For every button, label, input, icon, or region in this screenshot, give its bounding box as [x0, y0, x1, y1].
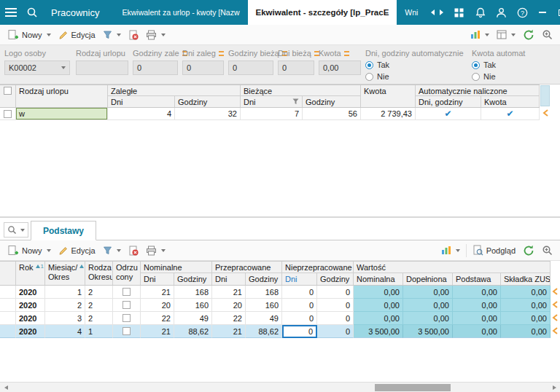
grid2-row[interactable]: 2020 3 2 22 49 22 49 0 0 0,00 0,00 0,00 … — [0, 312, 551, 325]
column-header-przepracowane-dni[interactable]: Dni — [212, 273, 246, 285]
row-drilldown-arrow-icon[interactable] — [552, 327, 558, 336]
cell-wartosc-nominalna[interactable]: 3 500,00 — [354, 325, 403, 338]
cell-okres[interactable]: 3 — [45, 312, 85, 325]
column-header-auto-kwota[interactable]: Kwota — [481, 96, 540, 107]
column-header-nominalne-godziny[interactable]: Godziny — [174, 273, 212, 285]
print-button[interactable] — [142, 244, 169, 257]
cell-wartosc-dopelniona[interactable]: 0,00 — [403, 286, 453, 299]
new-button[interactable]: Nowy — [4, 243, 55, 257]
column-header-przepracowane-godziny[interactable]: Godziny — [246, 273, 282, 285]
cell-wartosc-nominalna[interactable]: 0,00 — [354, 286, 403, 299]
kwota-input[interactable]: 0,00 — [319, 60, 361, 75]
minimize-button[interactable] — [533, 0, 552, 25]
cell-nominalne-dni[interactable]: 22 — [141, 312, 174, 325]
cell-rodzaj-okresu[interactable]: 2 — [85, 286, 113, 299]
cell-wartosc-dopelniona[interactable]: 3 500,00 — [403, 325, 453, 338]
cell-kwota[interactable]: 2 739,43 — [361, 108, 416, 120]
preview-button[interactable]: Podgląd — [469, 243, 519, 257]
column-header-miesiac-okres[interactable]: Miesiąc/2 Okres — [45, 262, 85, 285]
cell-zalegle-dni[interactable]: 4 — [108, 108, 175, 120]
column-group-label[interactable]: Wartość — [354, 262, 551, 273]
cell-nieprzepracowane-dni-focused[interactable]: 0 — [282, 325, 317, 338]
cell-nieprzepracowane-dni[interactable]: 0 — [282, 312, 317, 325]
select-all-checkbox[interactable] — [4, 87, 12, 95]
panel-splitter[interactable] — [0, 216, 560, 218]
cell-nominalne-godziny[interactable]: 160 — [174, 299, 212, 312]
help-button[interactable]: ? — [512, 0, 533, 25]
column-group-label[interactable]: Zaległe — [108, 85, 241, 96]
radio-tak[interactable]: Tak — [472, 60, 558, 69]
cell-przepracowane-godziny[interactable]: 49 — [246, 312, 282, 325]
layout-button[interactable] — [493, 28, 519, 41]
column-header-nominalna[interactable]: Nominalna — [354, 273, 403, 285]
chart-button[interactable] — [438, 244, 464, 256]
notifications-button[interactable] — [470, 0, 491, 25]
rodzaj-urlopu-input[interactable] — [76, 60, 128, 75]
radio-nie[interactable]: Nie — [365, 72, 469, 81]
cell-wartosc-skladka-zus[interactable]: 0,00 — [501, 312, 551, 325]
cell-nominalne-godziny[interactable]: 88,62 — [174, 325, 212, 338]
dni-biezace-input[interactable]: 0 — [278, 60, 314, 75]
cell-okres[interactable]: 4 — [45, 325, 85, 338]
column-header-rok[interactable]: Rok1 — [16, 262, 45, 285]
equals-filter-icon[interactable] — [344, 51, 349, 56]
delete-record-button[interactable] — [125, 28, 142, 42]
cell-wartosc-dopelniona[interactable]: 0,00 — [403, 312, 453, 325]
column-group-label[interactable]: Nominalne — [141, 262, 212, 273]
row-drilldown-arrow-icon[interactable] — [552, 314, 558, 323]
column-header-dopelniona[interactable]: Dopełniona — [403, 273, 453, 285]
module-label[interactable]: Pracownicy — [42, 0, 114, 25]
grid1-row[interactable]: w 4 32 7 56 2 739,43 ✔ ✔ — [0, 108, 540, 120]
cell-auto-kwota-checkmark[interactable]: ✔ — [481, 108, 540, 120]
column-header-podstawa[interactable]: Podstawa — [453, 273, 501, 285]
cell-przepracowane-dni[interactable]: 22 — [212, 312, 246, 325]
cell-nominalne-dni[interactable]: 21 — [141, 325, 174, 338]
column-header-odrzucony[interactable]: Odrzu cony — [113, 262, 141, 285]
cell-wartosc-skladka-zus[interactable]: 0,00 — [501, 286, 551, 299]
cell-nieprzepracowane-godziny[interactable]: 0 — [317, 325, 354, 338]
delete-record-button[interactable] — [125, 244, 142, 257]
horizontal-scrollbar[interactable] — [0, 382, 560, 392]
zoom-button[interactable] — [538, 243, 556, 257]
cell-przepracowane-godziny[interactable]: 168 — [246, 286, 282, 299]
godziny-zalegle-input[interactable]: 0 — [133, 60, 178, 75]
tab-scroll-right-icon[interactable] — [440, 9, 443, 15]
column-header-skladka-zus[interactable]: Składka ZUS — [501, 273, 551, 285]
grid2-row[interactable]: 2020 1 2 21 168 21 168 0 0 0,00 0,00 0,0… — [0, 286, 551, 299]
row-drilldown-arrow-icon[interactable] — [552, 301, 558, 310]
cell-wartosc-podstawa[interactable]: 0,00 — [453, 299, 501, 312]
cell-rodzaj-okresu[interactable]: 2 — [85, 299, 113, 312]
column-group-label[interactable]: Przepracowane — [212, 262, 282, 273]
odrzucony-checkbox[interactable] — [122, 327, 131, 335]
column-header-kwota[interactable]: Kwota — [361, 85, 416, 107]
cell-nieprzepracowane-godziny[interactable]: 0 — [317, 312, 354, 325]
grid2-row[interactable]: 2020 2 2 20 160 20 160 0 0 0,00 0,00 0,0… — [0, 299, 551, 312]
odrzucony-checkbox[interactable] — [122, 288, 131, 296]
cell-wartosc-podstawa[interactable]: 0,00 — [453, 325, 501, 338]
logo-osoby-select[interactable]: K00002 — [4, 60, 70, 75]
refresh-button[interactable] — [519, 28, 538, 42]
row-drilldown-arrow-icon[interactable] — [542, 109, 548, 118]
cell-nominalne-dni[interactable]: 21 — [141, 286, 174, 299]
cell-nominalne-godziny[interactable]: 168 — [174, 286, 212, 299]
row-drilldown-arrow-icon[interactable] — [552, 288, 558, 297]
tab-ekwiwalent-kwoty[interactable]: Ekwiwalent za urlop - kwoty [Nazw — [114, 0, 247, 25]
cell-rok[interactable]: 2020 — [16, 299, 45, 312]
cell-wartosc-podstawa[interactable]: 0,00 — [453, 312, 501, 325]
tab-scroll-left-icon[interactable] — [431, 9, 435, 15]
cell-okres[interactable]: 1 — [45, 286, 85, 299]
grid1-vertical-scrollbar[interactable] — [540, 85, 550, 106]
cell-rok[interactable]: 2020 — [16, 325, 45, 338]
cell-wartosc-skladka-zus[interactable]: 0,00 — [501, 299, 551, 312]
cell-biezace-dni[interactable]: 7 — [241, 108, 303, 120]
cell-nieprzepracowane-dni[interactable]: 0 — [282, 286, 317, 299]
dni-zalegle-input[interactable]: 0 — [182, 60, 224, 75]
grid2-row-selected[interactable]: 2020 4 1 21 88,62 21 88,62 0 0 3 500,00 … — [0, 325, 551, 338]
hamburger-menu-button[interactable] — [0, 0, 21, 25]
column-header-zalegle-dni[interactable]: Dni — [108, 96, 175, 107]
radio-tak[interactable]: Tak — [365, 60, 469, 69]
cell-rodzaj-urlopu[interactable]: w — [16, 108, 108, 120]
tab-ekwiwalent-szczegoly[interactable]: Ekwiwalent - szczegóły [lp_PracE — [248, 0, 397, 25]
cell-nieprzepracowane-dni[interactable]: 0 — [282, 299, 317, 312]
edit-button[interactable]: Edycja — [55, 28, 99, 42]
